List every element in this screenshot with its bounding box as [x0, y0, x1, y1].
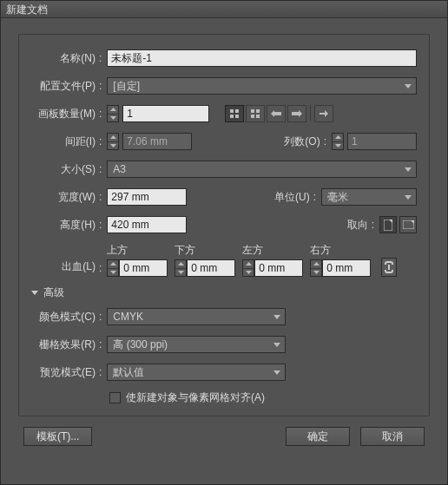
- window-titlebar: 新建文档: [1, 1, 447, 18]
- name-label: 名称(N): [31, 51, 96, 66]
- artboards-spinner[interactable]: [107, 105, 119, 122]
- align-pixel-checkbox[interactable]: [109, 392, 121, 403]
- width-input[interactable]: [107, 188, 187, 206]
- cancel-button[interactable]: 取消: [360, 427, 425, 446]
- triangle-down-icon: [31, 291, 38, 295]
- svg-rect-2: [230, 115, 234, 118]
- artboards-input[interactable]: [122, 105, 209, 122]
- bleed-bottom-input[interactable]: [187, 259, 235, 277]
- chevron-down-icon: [273, 312, 281, 321]
- row-ltr-icon[interactable]: [287, 105, 306, 122]
- svg-rect-6: [256, 109, 260, 113]
- orientation-label: 取向: [347, 218, 368, 233]
- new-document-dialog: 新建文档 名称(N): 配置文件(P): [自定] 画板数量(M):: [0, 0, 448, 485]
- bleed-right-input[interactable]: [322, 259, 371, 277]
- advanced-section-toggle[interactable]: 高级: [31, 285, 417, 300]
- artboard-layout-group: [225, 105, 333, 122]
- svg-rect-5: [251, 115, 254, 118]
- chevron-down-icon: [273, 368, 281, 377]
- bleed-right-label: 右方: [310, 243, 331, 258]
- bleed-left-label: 左方: [242, 243, 263, 258]
- main-panel: 名称(N): 配置文件(P): [自定] 画板数量(M):: [18, 34, 430, 416]
- columns-spinner[interactable]: [332, 133, 344, 150]
- svg-rect-1: [235, 109, 239, 113]
- chevron-down-icon: [404, 165, 412, 174]
- bleed-right-spinner[interactable]: [310, 259, 322, 277]
- preview-select[interactable]: 默认值: [107, 364, 286, 381]
- svg-rect-7: [256, 115, 260, 118]
- bleed-left-input[interactable]: [254, 259, 303, 277]
- orientation-group: [379, 216, 417, 233]
- spacing-spinner[interactable]: [107, 133, 119, 150]
- bleed-top-spinner[interactable]: [107, 259, 119, 277]
- chevron-down-icon: [404, 82, 412, 90]
- svg-rect-3: [235, 115, 239, 118]
- bleed-label: 出血(L): [31, 259, 96, 274]
- height-label: 高度(H): [31, 218, 96, 233]
- bleed-top-label: 上方: [107, 243, 128, 258]
- ok-button[interactable]: 确定: [286, 427, 350, 446]
- bleed-top-input[interactable]: [119, 259, 168, 277]
- bleed-bottom-label: 下方: [175, 243, 195, 258]
- profile-select[interactable]: [自定]: [107, 77, 417, 95]
- dialog-footer: 模板(T)... 确定 取消: [18, 427, 430, 446]
- raster-label: 栅格效果(R): [31, 338, 96, 352]
- preview-label: 预览模式(E): [31, 365, 96, 380]
- size-label: 大小(S): [31, 162, 96, 177]
- spacing-input[interactable]: [122, 133, 192, 150]
- height-input[interactable]: [107, 216, 187, 233]
- units-select[interactable]: 毫米: [321, 188, 417, 206]
- artboards-label: 画板数量(M): [31, 107, 96, 121]
- units-label: 单位(U): [263, 190, 310, 205]
- window-title: 新建文档: [6, 3, 48, 16]
- link-bleed-button[interactable]: [381, 258, 397, 277]
- template-button[interactable]: 模板(T)...: [23, 427, 92, 446]
- grid-col-icon[interactable]: [246, 105, 265, 122]
- color-mode-label: 颜色模式(C): [31, 310, 96, 324]
- chevron-down-icon: [404, 193, 412, 201]
- bleed-left-spinner[interactable]: [242, 259, 254, 277]
- svg-rect-4: [251, 109, 254, 113]
- row-rtl-icon[interactable]: [267, 105, 286, 122]
- portrait-icon[interactable]: [379, 216, 397, 233]
- align-pixel-label: 使新建对象与像素网格对齐(A): [126, 390, 265, 405]
- arrow-right-icon[interactable]: [314, 105, 333, 122]
- spacing-label: 间距(I): [31, 134, 96, 149]
- color-mode-select[interactable]: CMYK: [107, 308, 286, 325]
- raster-select[interactable]: 高 (300 ppi): [107, 336, 286, 353]
- landscape-icon[interactable]: [399, 216, 417, 233]
- grid-row-icon[interactable]: [225, 105, 244, 122]
- bleed-bottom-spinner[interactable]: [175, 259, 187, 277]
- size-select[interactable]: A3: [107, 161, 417, 178]
- name-input[interactable]: [107, 49, 417, 67]
- width-label: 宽度(W): [31, 190, 96, 205]
- svg-rect-0: [230, 109, 234, 113]
- columns-label: 列数(O): [273, 134, 320, 149]
- profile-label: 配置文件(P): [31, 79, 96, 94]
- chevron-down-icon: [273, 340, 281, 349]
- columns-input[interactable]: [347, 133, 417, 150]
